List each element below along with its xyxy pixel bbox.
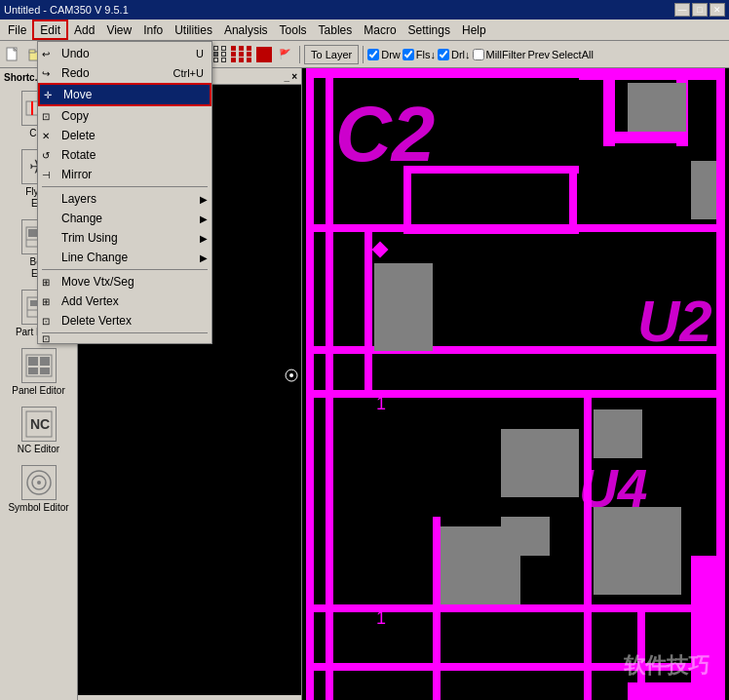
- menu-file[interactable]: File: [2, 19, 32, 40]
- selectall-label: SelectAll: [552, 49, 594, 60]
- to-layer-button[interactable]: To Layer: [304, 45, 359, 64]
- toolbar-new[interactable]: [2, 44, 23, 65]
- svg-rect-16: [28, 229, 38, 237]
- menu-tools[interactable]: Tools: [274, 19, 313, 40]
- menu-utilities[interactable]: Utilities: [169, 19, 218, 40]
- menu-item-copy[interactable]: ⊡ Copy: [38, 106, 211, 126]
- menu-item-line-change[interactable]: Line Change ▶: [38, 248, 211, 267]
- svg-rect-63: [501, 429, 579, 497]
- millfilter-checkbox[interactable]: [473, 49, 484, 60]
- sub-panel-controls: _ ×: [285, 71, 297, 82]
- fls-checkbox[interactable]: [403, 49, 414, 60]
- toolbar-sep4: [363, 46, 364, 63]
- menu-add[interactable]: Add: [68, 19, 100, 40]
- svg-rect-26: [28, 368, 38, 374]
- drl-label: Drl↓: [451, 49, 471, 60]
- toolbar-flag-btn[interactable]: 🚩: [274, 44, 295, 65]
- menu-item-move-vtx-seg[interactable]: ⊞ Move Vtx/Seg: [38, 272, 211, 292]
- svg-rect-60: [364, 229, 372, 395]
- millfilter-label: MillFilter: [486, 49, 526, 60]
- svg-point-32: [37, 481, 41, 485]
- redo-shortcut: Ctrl+U: [154, 67, 204, 79]
- svg-text:1: 1: [376, 608, 386, 628]
- menu-bar: File Edit Add View Info Utilities Analys…: [0, 19, 729, 41]
- move-label: Move: [63, 88, 92, 101]
- delete-vertex-label: Delete Vertex: [61, 314, 132, 328]
- undo-shortcut: U: [176, 48, 204, 59]
- separator1: [42, 186, 208, 187]
- menu-item-move[interactable]: ✛ Move: [38, 83, 211, 106]
- separator2: [42, 269, 208, 270]
- menu-item-delete-vertex[interactable]: ⊡ Delete Vertex: [38, 311, 211, 331]
- menu-item-delete[interactable]: ✕ Delete: [38, 126, 211, 145]
- svg-text:C2: C2: [335, 91, 435, 177]
- pcb-canvas: C2 U2 U4: [302, 68, 729, 700]
- maximize-button[interactable]: □: [692, 3, 708, 17]
- trim-submenu-arrow: ▶: [200, 233, 208, 244]
- svg-rect-80: [403, 226, 579, 234]
- menu-item-change[interactable]: Change ▶: [38, 209, 211, 228]
- svg-rect-82: [716, 68, 725, 700]
- close-button[interactable]: ✕: [710, 3, 725, 17]
- sub-panel-minimize[interactable]: _: [285, 71, 290, 82]
- svg-rect-24: [28, 357, 38, 366]
- menu-analysis[interactable]: Analysis: [218, 19, 274, 40]
- redo-label: Redo: [61, 66, 90, 80]
- svg-rect-51: [608, 132, 686, 143]
- nc-editor-label: NC Editor: [18, 444, 59, 455]
- add-vertex-label: Add Vertex: [61, 294, 119, 308]
- title-bar: Untitled - CAM350 V 9.5.1 — □ ✕: [0, 0, 729, 19]
- menu-view[interactable]: View: [100, 19, 137, 40]
- menu-item-redo[interactable]: ↪ Redo Ctrl+U: [38, 63, 211, 83]
- menu-item-undo[interactable]: ↩ Undo U: [38, 44, 211, 63]
- rotate-label: Rotate: [61, 148, 96, 162]
- move-vtx-icon: ⊞: [42, 277, 50, 288]
- svg-text:1: 1: [376, 394, 386, 413]
- drw-checkbox[interactable]: [367, 49, 379, 60]
- drl-checkbox[interactable]: [438, 49, 449, 60]
- separator3: [42, 332, 208, 333]
- svg-text:U2: U2: [637, 289, 712, 354]
- menu-macro[interactable]: Macro: [358, 19, 402, 40]
- menu-item-add-vertex[interactable]: ⊞ Add Vertex: [38, 292, 211, 311]
- layers-label: Layers: [61, 192, 96, 206]
- menu-item-mirror[interactable]: ⊣ Mirror: [38, 165, 211, 184]
- nc-editor-panel-item[interactable]: NC NC Editor: [2, 403, 75, 459]
- rotate-icon: ↺: [42, 150, 50, 161]
- undo-label: Undo: [61, 47, 90, 60]
- symbol-editor-icon: [21, 465, 57, 500]
- delete-vertex-icon: ⊡: [42, 316, 50, 327]
- panel-editor-panel-item[interactable]: Panel Editor: [2, 344, 75, 401]
- menu-info[interactable]: Info: [137, 19, 169, 40]
- menu-item-trim-using[interactable]: Trim Using ▶: [38, 228, 211, 248]
- mirror-icon: ⊣: [42, 170, 51, 180]
- toolbar-color-btn[interactable]: [256, 47, 272, 62]
- menu-edit[interactable]: Edit: [32, 19, 68, 40]
- snap2-icon: [230, 45, 254, 63]
- menu-item-delete-segment[interactable]: ⊡: [38, 335, 211, 341]
- menu-item-rotate[interactable]: ↺ Rotate: [38, 145, 211, 165]
- menu-help[interactable]: Help: [456, 19, 492, 40]
- svg-rect-78: [403, 166, 411, 234]
- prev-label: Prev: [527, 49, 550, 60]
- svg-rect-49: [579, 68, 725, 80]
- trim-using-label: Trim Using: [61, 231, 118, 245]
- minimize-button[interactable]: —: [674, 3, 690, 17]
- svg-rect-66: [594, 409, 642, 458]
- svg-rect-77: [403, 166, 579, 174]
- redo-icon: ↪: [42, 68, 50, 79]
- menu-item-layers[interactable]: Layers ▶: [38, 189, 211, 209]
- move-icon: ✛: [44, 90, 52, 100]
- svg-text:NC: NC: [30, 416, 50, 432]
- symbol-editor-panel-item[interactable]: Symbol Editor: [2, 461, 75, 518]
- svg-rect-83: [374, 263, 433, 351]
- drw-checkbox-group: Drw: [367, 49, 401, 60]
- millfilter-checkbox-group: MillFilter: [473, 49, 526, 60]
- svg-rect-68: [306, 604, 725, 612]
- delete-segment-icon: ⊡: [42, 333, 50, 344]
- sub-panel-close-btn[interactable]: ×: [291, 71, 297, 82]
- svg-rect-65: [594, 507, 681, 595]
- menu-tables[interactable]: Tables: [313, 19, 359, 40]
- fls-checkbox-group: Fls↓: [403, 49, 436, 60]
- menu-settings[interactable]: Settings: [403, 19, 456, 40]
